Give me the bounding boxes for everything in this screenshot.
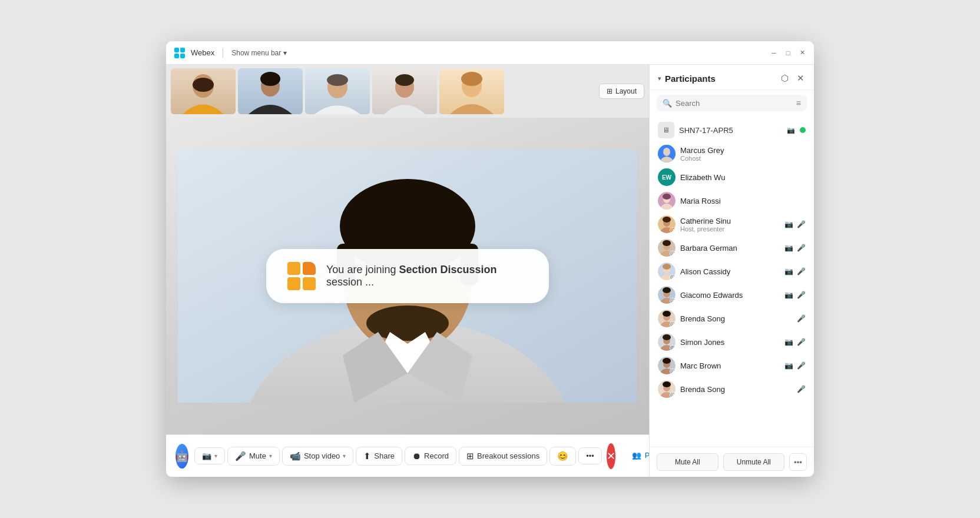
participant-item[interactable]: ⊙ Alison Cassidy 📷 🎤 [650,260,814,283]
title-bar-controls: ─ □ ✕ [769,48,807,58]
participant-item[interactable]: Maria Rossi [650,189,814,212]
participant-item[interactable]: Marcus Grey Cohost [650,142,814,165]
participant-avatar: ⟳ [658,215,676,233]
participants-sidebar: ▾ Participants ⬡ ✕ 🔍 ≡ [649,65,814,477]
main-content: ⊞ Layout [166,65,814,477]
more-options-button[interactable]: ••• [578,447,602,464]
share-button[interactable]: ⬆ Share [356,447,402,466]
participant-item[interactable]: □ Simon Jones 📷 🎤 [650,330,814,354]
video-device-caret: ▾ [214,453,217,459]
mic-muted-icon: 🎤 [797,314,806,323]
sidebar-more-button[interactable]: ••• [789,453,807,471]
show-menu-bar-label: Show menu bar [231,49,281,57]
search-box: 🔍 ≡ [657,95,807,111]
participant-item[interactable]: ⊙ Brenda Song 🎤 [650,377,814,401]
mute-all-button[interactable]: Mute All [657,453,719,471]
thumbnail-1[interactable] [171,68,236,114]
participant-item[interactable]: EW Elizabeth Wu [650,165,814,189]
record-button[interactable]: ⏺ Record [405,447,456,465]
close-icon: ✕ [797,73,804,83]
bottom-toolbar: 🤖 📷 ▾ 🎤 Mute ▾ 📹 Stop video ▾ [166,434,649,477]
phone-end-icon: ✕ [607,450,615,463]
svg-point-37 [663,217,671,223]
sidebar-bottom: Mute All Unmute All ••• [650,447,814,477]
meeting-mic-active-dot [800,127,806,133]
close-button[interactable]: ✕ [797,48,807,58]
participant-avatar: ⊙ [658,357,676,374]
joining-text: You are joining Section Discussion sessi… [326,264,528,288]
svg-point-65 [663,381,671,387]
svg-point-41 [663,240,671,246]
participant-item[interactable]: ⊙ Giacomo Edwards 📷 🎤 [650,283,814,307]
participant-name: Brenda Song [680,314,792,323]
mic-active-icon: 🎤 [797,244,806,252]
svg-point-28 [663,148,670,156]
stop-video-button[interactable]: 📹 Stop video ▾ [282,447,353,466]
webex-logo-icon [173,47,186,59]
grid-cell-3 [287,277,300,290]
layout-label: Layout [615,87,637,95]
title-divider [223,48,223,58]
participant-icons: 🎤 [797,385,806,393]
participant-item[interactable]: ⊙ Marc Brown 📷 🎤 [650,354,814,377]
mic-icon: 🎤 [235,451,246,461]
participant-item[interactable]: ⟳ Catherine Sinu Host, presenter 📷 🎤 [650,212,814,236]
grid-cell-4 [303,277,316,290]
svg-point-53 [663,311,671,317]
layout-button[interactable]: ⊞ Layout [599,84,644,99]
participant-name: Alison Cassidy [680,267,780,276]
video-device-button[interactable]: 📷 ▾ [194,447,225,464]
joining-notification: You are joining Section Discussion sessi… [266,249,549,303]
mute-button[interactable]: 🎤 Mute ▾ [227,447,280,466]
breakout-sessions-button[interactable]: ⊞ Breakout sessions [459,447,547,466]
search-input[interactable] [676,99,793,108]
end-call-button[interactable]: ✕ [607,443,615,469]
thumbnail-4[interactable] [372,68,437,114]
camera-icon: 📷 [784,291,793,299]
participant-icons: 📷 🎤 [784,291,806,299]
tab-participants[interactable]: 👥 Participants [625,447,649,464]
share-icon: ⬆ [363,451,371,461]
show-menu-bar-btn[interactable]: Show menu bar ▾ [231,49,287,57]
maximize-button[interactable]: □ [783,48,793,58]
participant-name: Giacomo Edwards [680,291,780,300]
user-avatar-button[interactable]: 🤖 [176,444,188,469]
minimize-button[interactable]: ─ [769,48,779,58]
mic-muted-icon: 🎤 [797,338,806,346]
thumbnail-3[interactable] [305,68,370,114]
reactions-button[interactable]: 😊 [549,447,576,466]
stop-video-caret: ▾ [343,453,346,459]
thumbnail-5[interactable] [439,68,504,114]
participant-name-col: Marcus Grey Cohost [680,146,806,162]
participants-icon: 👥 [632,451,641,460]
meeting-id-icon: 🖥 [658,122,674,138]
sidebar-close-button[interactable]: ✕ [796,72,806,85]
svg-point-57 [663,334,671,340]
share-label: Share [374,451,395,460]
svg-point-18 [461,72,482,86]
participant-avatar: □ [658,333,676,351]
svg-rect-0 [174,48,179,52]
popout-button[interactable]: ⬡ [780,72,790,85]
mic-active-icon: 🎤 [797,220,806,228]
participants-tab-label: Participants [645,451,649,460]
meeting-id-row: 🖥 SHN7-17-APR5 📷 [650,118,814,142]
svg-point-33 [663,194,671,200]
unmute-all-button[interactable]: Unmute All [723,453,785,471]
meeting-id-text: SHN7-17-APR5 [679,126,733,135]
thumbnail-2[interactable] [238,68,303,114]
camera-icon: 📹 [290,451,301,461]
sidebar-header: ▾ Participants ⬡ ✕ [650,65,814,90]
joining-suffix: session ... [326,276,374,288]
webex-grid-icon [287,262,316,290]
record-label: Record [424,451,449,460]
participant-avatar: ⊙ [658,310,676,327]
participant-item[interactable]: ⊙ Brenda Song 🎤 [650,307,814,330]
grid-cell-1 [287,262,300,275]
search-icon: 🔍 [663,99,672,108]
meeting-id-actions: 📷 [787,127,806,134]
camera-icon: 📷 [784,361,793,370]
title-bar-left: Webex Show menu bar ▾ [173,47,287,59]
sidebar-header-actions: ⬡ ✕ [780,72,806,85]
participant-item[interactable]: ⊙ Barbara German 📷 🎤 [650,236,814,260]
